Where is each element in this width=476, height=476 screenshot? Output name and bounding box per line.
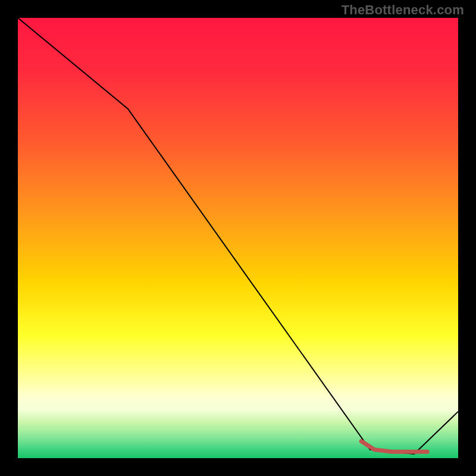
- plot-area: [18, 18, 458, 458]
- chart-svg: [18, 18, 458, 458]
- series-main-curve: [18, 18, 458, 454]
- watermark-text: TheBottleneck.com: [342, 2, 464, 18]
- chart-frame: TheBottleneck.com: [0, 0, 476, 476]
